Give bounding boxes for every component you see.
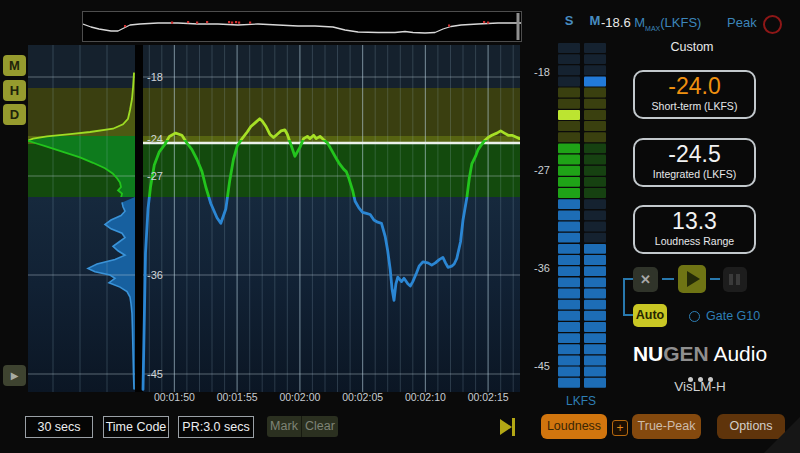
clear-button[interactable]: Clear <box>302 416 338 437</box>
integrated-value: -24.5 <box>635 141 754 168</box>
auto-link-line <box>623 314 633 316</box>
play-arrow-icon: ▶ <box>11 370 19 381</box>
s-meter-label: S <box>558 13 580 28</box>
connector-line <box>662 278 674 280</box>
view-mode-m-button[interactable]: M <box>3 55 26 76</box>
history-window-selector[interactable]: 30 secs <box>25 416 93 438</box>
reset-button[interactable]: ✕ <box>633 267 658 292</box>
mmax-units: (LKFS) <box>660 15 701 30</box>
gate-radio[interactable] <box>689 311 700 322</box>
svg-text:-24: -24 <box>147 133 163 145</box>
play-button[interactable] <box>678 265 706 293</box>
tab-options[interactable]: Options <box>717 414 785 439</box>
meter-scale-label: -27 <box>520 164 550 176</box>
logo-gen: GEN <box>663 342 709 365</box>
program-overview-strip[interactable] <box>82 11 522 42</box>
play-icon <box>687 271 700 287</box>
time-tick-label: 00:02:05 <box>332 391 394 403</box>
peak-label: Peak <box>727 15 757 30</box>
time-tick-label: 00:02:10 <box>394 391 456 403</box>
time-tick-label: 00:01:50 <box>143 391 205 403</box>
connector-line <box>710 278 720 280</box>
history-scroll-button[interactable]: ▶ <box>3 365 26 386</box>
mark-button[interactable]: Mark <box>267 416 302 437</box>
loudness-range-value: 13.3 <box>635 208 754 235</box>
tab-true-peak[interactable]: True-Peak <box>632 414 701 439</box>
logo-nu: NU <box>633 342 663 365</box>
svg-text:-36: -36 <box>147 269 163 281</box>
auto-link-line <box>623 278 625 316</box>
loudness-range-label: Loudness Range <box>635 235 754 247</box>
mmax-value: -18.6 <box>601 15 631 30</box>
integrated-readout[interactable]: -24.5 Integrated (LKFS) <box>633 138 756 187</box>
close-icon: ✕ <box>640 272 651 287</box>
timecode-mode-selector[interactable]: Time Code <box>103 416 169 438</box>
time-tick-label: 00:02:00 <box>269 391 331 403</box>
pause-icon <box>729 274 733 285</box>
short-term-readout[interactable]: -24.0 Short-term (LKFS) <box>633 70 756 119</box>
product-name: VisLM-H <box>620 379 780 394</box>
add-view-button[interactable]: + <box>612 420 628 436</box>
nugen-audio-logo: NUGEN Audio <box>620 342 780 366</box>
vislm-window: M H D ▶ -18-24-27-36-45 00:01:5000:01:55… <box>0 0 800 453</box>
short-term-label: Short-term (LKFS) <box>635 100 754 112</box>
time-tick-label: 00:01:55 <box>206 391 268 403</box>
mmax-m: M <box>634 15 645 30</box>
view-mode-d-button[interactable]: D <box>3 104 26 125</box>
svg-text:-45: -45 <box>147 368 163 380</box>
logo-audio: Audio <box>709 342 767 365</box>
overview-waveform <box>83 12 521 41</box>
mmax-sub: MAX <box>645 25 660 32</box>
pause-button[interactable] <box>723 267 747 292</box>
sm-loudness-meters <box>552 40 610 390</box>
integrated-label: Integrated (LKFS) <box>635 168 754 180</box>
pause-icon <box>736 274 740 285</box>
view-mode-h-button[interactable]: H <box>3 80 26 101</box>
mmax-readout: -18.6 MMAX(LKFS) <box>601 15 701 31</box>
gate-label: Gate G10 <box>706 309 760 323</box>
peak-indicator-light[interactable] <box>763 15 782 34</box>
meter-units-label: LKFS <box>552 394 610 408</box>
loudness-range-readout[interactable]: 13.3 Loudness Range <box>633 205 756 254</box>
skip-to-end-icon <box>500 419 512 435</box>
short-term-value: -24.0 <box>635 73 754 100</box>
svg-text:-27: -27 <box>147 170 163 182</box>
skip-to-end-icon <box>512 418 515 436</box>
practical-range-selector[interactable]: PR:3.0 secs <box>178 416 254 438</box>
preset-name: Custom <box>647 40 737 54</box>
meter-scale-label: -18 <box>520 66 550 78</box>
auto-button[interactable]: Auto <box>633 304 667 327</box>
loudness-history-graph[interactable]: -18-24-27-36-45 <box>28 45 520 392</box>
meter-scale-label: -36 <box>520 262 550 274</box>
meter-scale-label: -45 <box>520 360 550 372</box>
tab-loudness[interactable]: Loudness <box>541 414 607 439</box>
skip-to-end-button[interactable] <box>500 418 518 436</box>
svg-text:-18: -18 <box>147 71 163 83</box>
time-tick-label: 00:02:15 <box>457 391 519 403</box>
